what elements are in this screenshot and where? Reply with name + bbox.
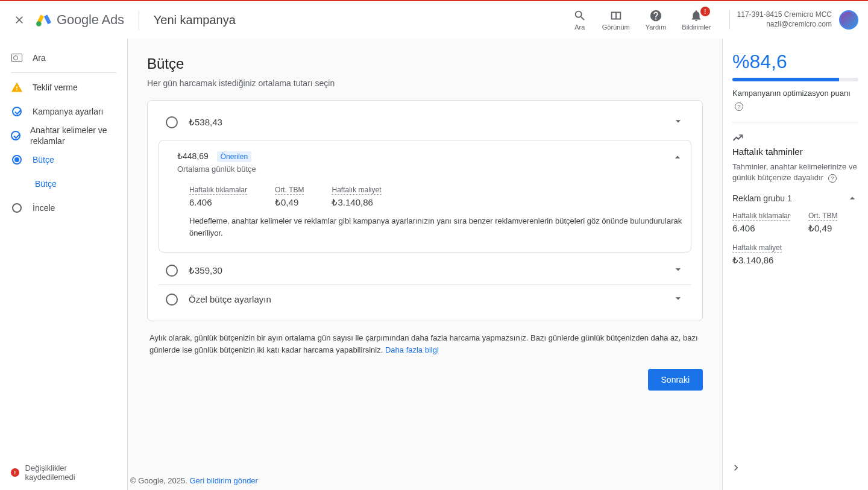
budget-option-custom[interactable]: Özel bütçe ayarlayın <box>148 285 702 313</box>
help-action[interactable]: Yardım <box>646 9 667 31</box>
chevron-down-icon <box>672 115 684 129</box>
appearance-icon <box>609 9 623 22</box>
chevron-down-icon <box>672 292 684 306</box>
recommended-badge: Önerilen <box>217 151 251 162</box>
optimization-score: %84,6 <box>732 51 858 73</box>
right-metric-clicks: Haftalık tıklamalar 6.406 <box>732 210 790 234</box>
budget-card: ₺538,43 ₺448,69 Önerilen Ortalama günlük… <box>147 100 703 321</box>
adgroup-toggle[interactable]: Reklam grubu 1 <box>732 192 858 204</box>
avatar[interactable] <box>839 10 858 30</box>
metric-cpc: Ort. TBM ₺0,49 <box>275 184 304 208</box>
help-icon[interactable]: ? <box>828 174 837 183</box>
feedback-link[interactable]: Geri bildirim gönder <box>189 476 257 485</box>
check-circle-icon <box>11 130 20 142</box>
error-dot-icon <box>11 468 19 477</box>
estimates-heading <box>732 133 858 144</box>
appearance-action[interactable]: Görünüm <box>602 9 630 31</box>
main-content: Bütçe Her gün harcamak istediğiniz ortal… <box>128 39 722 490</box>
divider <box>139 10 139 30</box>
account-block[interactable]: 117-391-8415 Cremicro MCC nazli@cremicro… <box>729 10 858 30</box>
ads-logo-icon <box>36 12 52 28</box>
radio-empty-icon <box>11 202 23 214</box>
close-icon[interactable] <box>12 13 27 27</box>
warning-icon <box>11 81 23 93</box>
right-panel: %84,6 Kampanyanın optimizasyon puanı ? H… <box>722 39 868 490</box>
sidebar-item-review[interactable]: İncele <box>0 196 127 220</box>
metric-cost: Haftalık maliyet ₺3.140,86 <box>332 184 381 208</box>
sidebar-item-bidding[interactable]: Teklif verme <box>0 75 127 99</box>
sidebar-item-budget-sub[interactable]: Bütçe <box>0 172 127 196</box>
account-id: 117-391-8415 Cremicro MCC <box>737 10 832 20</box>
chevron-up-icon <box>846 192 858 204</box>
chevron-up-icon <box>671 151 684 165</box>
next-button[interactable]: Sonraki <box>648 369 703 391</box>
subtitle: Her gün harcamak istediğiniz ortalama tu… <box>147 78 703 88</box>
trend-icon <box>732 133 743 144</box>
score-progress <box>732 78 858 81</box>
chevron-down-icon <box>672 263 684 277</box>
right-metric-cost: Haftalık maliyet ₺3.140,86 <box>732 242 782 266</box>
radio-filled-icon <box>11 154 23 166</box>
logo-text: Google Ads <box>57 12 124 28</box>
sidebar-item-campaign-settings[interactable]: Kampanya ayarları <box>0 99 127 124</box>
svg-point-0 <box>36 21 42 27</box>
collapse-panel-icon[interactable] <box>730 462 742 476</box>
score-label: Kampanyanın optimizasyon puanı <box>732 89 858 98</box>
unsaved-changes: Değişiklikler kaydedilemedi <box>0 455 127 490</box>
help-icon[interactable]: ? <box>735 102 743 111</box>
heading: Bütçe <box>147 55 703 72</box>
estimates-subtitle: Tahminler, anahtar kelimelerinize ve gün… <box>732 162 858 183</box>
sidebar-item-search[interactable]: Ara <box>0 46 127 70</box>
learn-more-link[interactable]: Daha fazla bilgi <box>385 345 439 354</box>
help-icon <box>649 9 662 22</box>
divider <box>11 72 116 73</box>
page-footer: © Google, 2025. Geri bildirim gönder <box>128 476 258 485</box>
notifications-action[interactable]: Bildirimler <box>682 9 711 31</box>
right-metric-cpc: Ort. TBM ₺0,49 <box>808 210 857 234</box>
metric-clicks: Haftalık tıklamalar 6.406 <box>189 184 247 208</box>
budget-option-1[interactable]: ₺538,43 <box>148 108 702 136</box>
account-email: nazli@cremicro.com <box>737 20 832 30</box>
sidebar-item-budget[interactable]: Bütçe <box>0 148 127 172</box>
search-icon <box>573 9 587 22</box>
search-action[interactable]: Ara <box>573 9 587 31</box>
option-description: Hedefleme, anahtar kelimeler ve reklamla… <box>189 215 684 239</box>
budget-option-2-selected[interactable]: ₺448,69 Önerilen Ortalama günlük bütçe H… <box>159 140 691 253</box>
radio-icon <box>166 265 178 277</box>
google-ads-logo: Google Ads <box>36 12 124 28</box>
radio-icon <box>166 294 178 306</box>
sidebar: Ara Teklif verme Kampanya ayarları Anaht… <box>0 39 128 490</box>
budget-option-3[interactable]: ₺359,30 <box>148 256 702 284</box>
top-bar: Google Ads Yeni kampanya Ara Görünüm Yar… <box>0 0 868 39</box>
page-title: Yeni kampanya <box>154 13 564 27</box>
radio-icon <box>166 116 178 128</box>
budget-footnote: Aylık olarak, günlük bütçenizin bir ayın… <box>147 332 703 356</box>
search-frame-icon <box>11 52 23 64</box>
sidebar-item-keywords-ads[interactable]: Anahtar kelimeler ve reklamlar <box>0 124 127 148</box>
check-circle-icon <box>11 105 23 118</box>
notification-badge-icon <box>700 7 710 16</box>
